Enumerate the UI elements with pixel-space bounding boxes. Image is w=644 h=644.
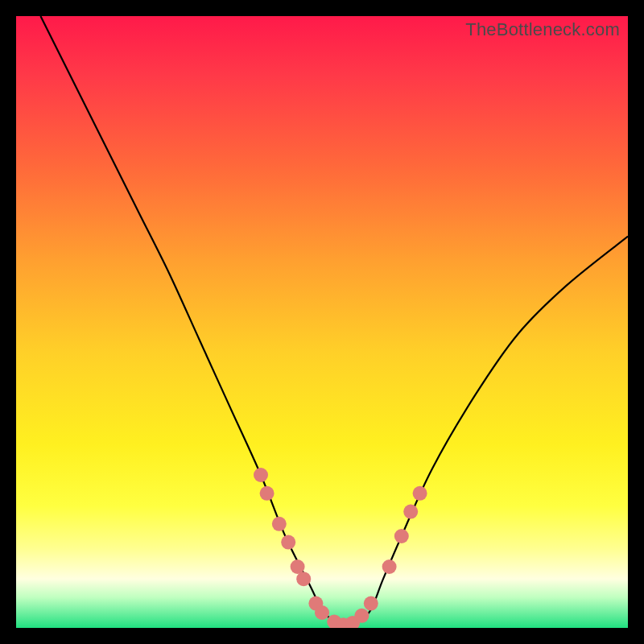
curve-marker	[315, 605, 329, 620]
curve-marker	[272, 517, 287, 531]
curve-marker	[296, 572, 311, 586]
curve-markers	[254, 468, 427, 628]
curve-marker	[382, 559, 397, 574]
curve-marker	[254, 468, 268, 482]
chart-svg	[16, 16, 628, 628]
curve-marker	[364, 597, 378, 611]
curve-marker	[413, 486, 427, 501]
curve-marker	[281, 535, 295, 550]
curve-marker	[260, 486, 275, 501]
chart-area: TheBottleneck.com	[16, 16, 628, 628]
curve-marker	[394, 529, 409, 543]
main-curve	[40, 16, 628, 628]
curve-marker	[403, 505, 418, 519]
curve-marker	[354, 609, 369, 623]
